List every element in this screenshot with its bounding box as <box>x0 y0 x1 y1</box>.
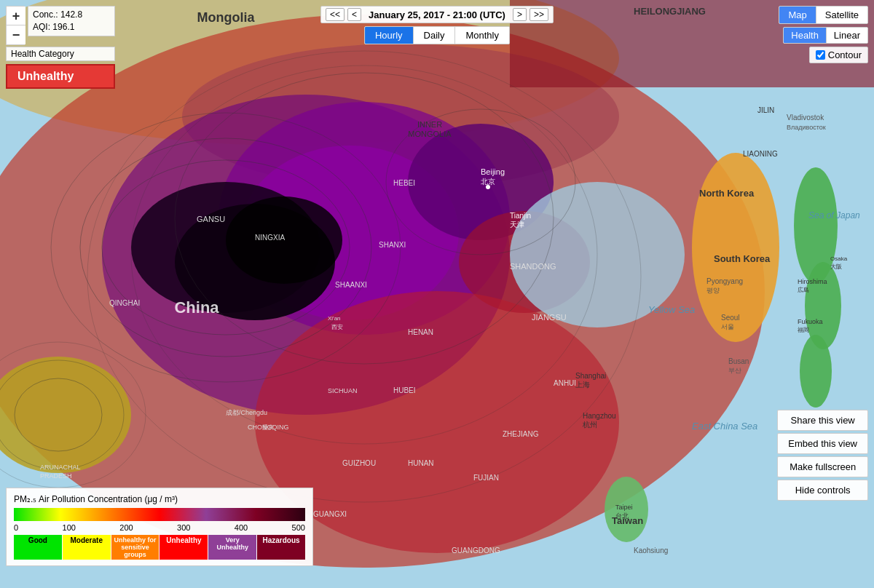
svg-text:HENAN: HENAN <box>408 328 433 336</box>
svg-text:Vladivostok: Vladivostok <box>787 114 824 122</box>
svg-text:서울: 서울 <box>721 323 734 330</box>
legend-title: PM₂.₅ Air Pollution Concentration (μg / … <box>14 494 305 504</box>
svg-text:上海: 上海 <box>575 381 590 389</box>
svg-text:広島: 広島 <box>798 287 809 293</box>
svg-text:HUBEI: HUBEI <box>393 386 416 394</box>
svg-text:Seoul: Seoul <box>721 314 740 322</box>
svg-text:Hiroshima: Hiroshima <box>798 278 827 285</box>
scale-200: 200 <box>119 523 133 532</box>
top-center-nav: << < January 25, 2017 - 21:00 (UTC) > >>… <box>320 6 554 44</box>
zoom-buttons: + − <box>6 6 25 45</box>
svg-text:Fukuoka: Fukuoka <box>798 318 823 325</box>
scale-300: 300 <box>177 523 190 532</box>
hide-controls-button[interactable]: Hide controls <box>777 480 868 501</box>
svg-point-16 <box>805 262 841 349</box>
prev-button[interactable]: < <box>347 8 361 21</box>
svg-text:GUIZHOU: GUIZHOU <box>342 459 376 467</box>
svg-point-17 <box>800 335 832 408</box>
svg-text:Osaka: Osaka <box>830 255 848 262</box>
aqi-value: 196.1 <box>52 22 74 32</box>
map-type-satellite[interactable]: Satellite <box>816 7 867 23</box>
map-type-tabs: Map Satellite <box>779 6 868 24</box>
svg-text:INNER: INNER <box>417 120 442 129</box>
contour-input[interactable] <box>816 50 825 60</box>
health-linear-tabs: Health Linear <box>783 27 868 44</box>
zoom-in-button[interactable]: + <box>7 7 25 25</box>
contour-label: Contour <box>828 49 862 60</box>
svg-text:NINGXIA: NINGXIA <box>255 234 285 242</box>
concentration-box: Conc.: 142.8 AQI: 196.1 <box>28 6 115 36</box>
legend: PM₂.₅ Air Pollution Concentration (μg / … <box>6 488 313 566</box>
map-container[interactable]: Mongolia China INNER MONGOLIA HEBEI SHAN… <box>0 0 874 588</box>
svg-text:SHAANXI: SHAANXI <box>335 281 367 289</box>
svg-text:北京: 北京 <box>481 178 495 186</box>
top-right-controls: Map Satellite Health Linear Contour <box>779 6 868 63</box>
date-navigation: << < January 25, 2017 - 21:00 (UTC) > >> <box>320 6 554 23</box>
svg-text:SHANXI: SHANXI <box>379 241 406 249</box>
svg-text:MONGOLIA: MONGOLIA <box>408 130 452 138</box>
svg-text:South Korea: South Korea <box>714 253 771 264</box>
svg-text:JILIN: JILIN <box>757 106 774 114</box>
conc-label: Conc.: <box>33 9 58 20</box>
next-button[interactable]: > <box>513 8 527 21</box>
action-buttons: Share this view Embed this view Make ful… <box>777 410 868 501</box>
svg-text:Busan: Busan <box>728 357 749 365</box>
health-category-button[interactable]: Health Category <box>6 47 115 61</box>
svg-text:평양: 평양 <box>706 287 720 294</box>
health-tab[interactable]: Health <box>784 28 827 43</box>
svg-text:North Korea: North Korea <box>699 188 755 199</box>
svg-text:重庆: 重庆 <box>262 424 274 431</box>
svg-text:ANHUI: ANHUI <box>554 379 576 387</box>
svg-text:Tianjin: Tianjin <box>510 212 531 220</box>
label-very-unhealthy: Very Unhealthy <box>208 535 256 560</box>
zoom-out-button[interactable]: − <box>7 25 25 44</box>
svg-text:Beijing: Beijing <box>481 167 505 176</box>
svg-text:QINGHAI: QINGHAI <box>109 299 140 307</box>
svg-text:台北: 台北 <box>615 512 629 520</box>
next-next-button[interactable]: >> <box>529 8 548 21</box>
svg-text:Taipei: Taipei <box>615 504 633 511</box>
tab-daily[interactable]: Daily <box>414 27 456 44</box>
svg-text:Kaohsiung: Kaohsiung <box>634 547 668 555</box>
svg-text:GUANGXI: GUANGXI <box>313 510 347 518</box>
aqi-label: AQI: <box>33 22 50 32</box>
svg-text:JIANGSU: JIANGSU <box>532 313 567 322</box>
prev-prev-button[interactable]: << <box>326 8 345 21</box>
fullscreen-button[interactable]: Make fullscreen <box>777 456 868 477</box>
svg-point-60 <box>486 185 490 189</box>
legend-scale: 0 100 200 300 400 500 <box>14 523 305 532</box>
svg-text:Shanghai: Shanghai <box>575 372 606 380</box>
scale-400: 400 <box>235 523 248 532</box>
label-moderate: Moderate <box>63 535 111 560</box>
tab-monthly[interactable]: Monthly <box>455 27 509 44</box>
share-button[interactable]: Share this view <box>777 410 868 431</box>
linear-tab[interactable]: Linear <box>827 28 867 43</box>
svg-text:成都/Chengdu: 成都/Chengdu <box>226 409 267 416</box>
svg-text:ARUNACHAL: ARUNACHAL <box>40 464 81 471</box>
time-tabs: Hourly Daily Monthly <box>364 26 510 44</box>
label-usg: Unhealthy for sensitive groups <box>111 535 160 560</box>
scale-500: 500 <box>292 523 305 532</box>
svg-text:Mongolia: Mongolia <box>197 10 256 25</box>
embed-button[interactable]: Embed this view <box>777 433 868 454</box>
top-left-controls: + − Conc.: 142.8 AQI: 196.1 Health Categ… <box>6 6 115 89</box>
svg-text:ZHEJIANG: ZHEJIANG <box>503 430 539 438</box>
svg-text:HEILONGJIANG: HEILONGJIANG <box>634 6 706 17</box>
svg-text:FUJIAN: FUJIAN <box>473 474 499 482</box>
svg-text:Владивосток: Владивосток <box>787 124 826 131</box>
svg-text:China: China <box>174 298 219 317</box>
contour-checkbox[interactable]: Contour <box>809 47 868 63</box>
svg-text:天津: 天津 <box>510 220 524 229</box>
date-label: January 25, 2017 - 21:00 (UTC) <box>364 9 510 20</box>
svg-text:GUANGDONG: GUANGDONG <box>452 547 500 555</box>
unhealthy-badge: Unhealthy <box>6 64 115 89</box>
svg-text:福岡: 福岡 <box>798 327 809 333</box>
svg-text:SHANDONG: SHANDONG <box>510 262 556 271</box>
scale-0: 0 <box>14 523 18 532</box>
svg-text:PRADESH: PRADESH <box>40 472 72 480</box>
svg-text:Yellow Sea: Yellow Sea <box>648 304 695 315</box>
svg-text:부산: 부산 <box>728 367 741 374</box>
label-hazardous: Hazardous <box>257 535 305 560</box>
tab-hourly[interactable]: Hourly <box>365 27 414 44</box>
map-type-map[interactable]: Map <box>779 7 816 23</box>
